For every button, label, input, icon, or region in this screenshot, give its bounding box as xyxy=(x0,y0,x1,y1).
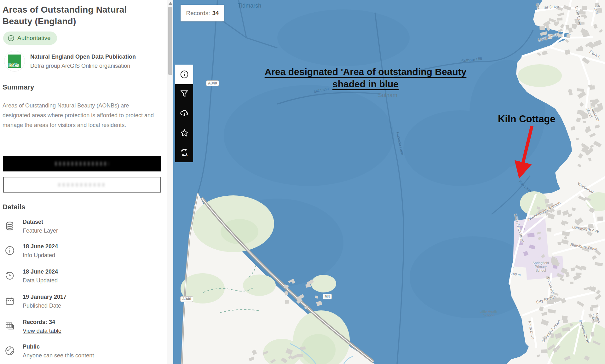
detail-row-records: Records: 34 View data table xyxy=(3,319,154,338)
publisher-avatar[interactable]: NATURAL ENGLAND xyxy=(4,51,25,71)
redacted-button-label xyxy=(58,183,106,187)
detail-row-data-updated: 18 June 2024 Data Updated xyxy=(3,269,154,287)
detail-row-published: 19 January 2017 Published Date xyxy=(3,294,154,313)
road-shield: A340 xyxy=(206,80,219,86)
kiln-cottage-annotation: Kiln Cottage xyxy=(498,113,556,125)
detail-row-info-updated: 18 June 2024 Info Updated xyxy=(3,243,154,262)
arcgis-item-page: Areas of Outstanding Natural Beauty (Eng… xyxy=(0,0,605,364)
info-icon xyxy=(4,245,15,256)
publisher-name[interactable]: Natural England Open Data Publication xyxy=(30,54,136,60)
calendar-icon xyxy=(4,296,15,306)
svg-text:A: A xyxy=(185,153,187,157)
star-icon xyxy=(180,128,189,138)
item-details-sidebar: Areas of Outstanding Natural Beauty (Eng… xyxy=(0,0,167,364)
records-count-chip: Records: 34 xyxy=(181,5,224,21)
map-canvas[interactable]: Records: 34 xyxy=(173,0,605,364)
info-icon xyxy=(180,70,189,79)
natural-england-logo: NATURAL ENGLAND xyxy=(8,55,21,68)
map-toolbar: A xyxy=(175,65,193,162)
globe-icon xyxy=(4,345,15,356)
translate-icon: A xyxy=(180,148,189,157)
area-annotation-text: Area designated 'Area of outstanding Bea… xyxy=(254,66,477,90)
road-shield: M4 xyxy=(323,294,332,299)
cloud-download-icon xyxy=(180,109,189,118)
secondary-action-button-redacted[interactable] xyxy=(3,177,161,193)
summary-heading: Summary xyxy=(3,83,34,91)
detail-row-sharing: Public Anyone can see this content xyxy=(3,344,154,362)
check-circle-icon xyxy=(8,35,14,42)
filter-icon xyxy=(180,89,189,99)
authoritative-badge-label: Authoritative xyxy=(17,35,51,42)
records-value: 34 xyxy=(212,10,219,17)
annotation-line1: Area designated 'Area of outstanding Bea… xyxy=(265,66,467,77)
authoritative-badge: Authoritative xyxy=(3,32,57,45)
basemap-layer xyxy=(173,0,605,364)
annotation-line2: shaded in blue xyxy=(332,79,399,89)
detail-row-dataset: Dataset Feature Layer xyxy=(3,219,154,238)
primary-action-button-redacted[interactable] xyxy=(3,156,161,171)
history-icon xyxy=(4,270,15,281)
sidebar-scrollbar[interactable] xyxy=(167,0,173,364)
road-shield: A340 xyxy=(180,296,193,302)
info-tool-button[interactable] xyxy=(175,65,193,84)
scrollbar-thumb[interactable] xyxy=(168,7,172,75)
redacted-button-label xyxy=(55,162,109,166)
favorite-tool-button[interactable] xyxy=(175,123,193,143)
database-icon xyxy=(4,221,15,231)
table-icon xyxy=(4,321,15,332)
publisher-organisation: Defra group ArcGIS Online organisation xyxy=(30,63,130,69)
records-label: Records: xyxy=(186,10,210,17)
view-data-table-link[interactable]: View data table xyxy=(23,328,61,334)
filter-tool-button[interactable] xyxy=(175,84,193,104)
page-title: Areas of Outstanding Natural Beauty (Eng… xyxy=(3,4,151,27)
scrollbar-up-arrow[interactable] xyxy=(169,2,172,5)
translate-tool-button[interactable]: A xyxy=(175,143,193,162)
download-tool-button[interactable] xyxy=(175,104,193,123)
details-heading: Details xyxy=(3,203,25,211)
summary-text: Areas of Outstanding Natural Beauty (AON… xyxy=(3,101,158,130)
